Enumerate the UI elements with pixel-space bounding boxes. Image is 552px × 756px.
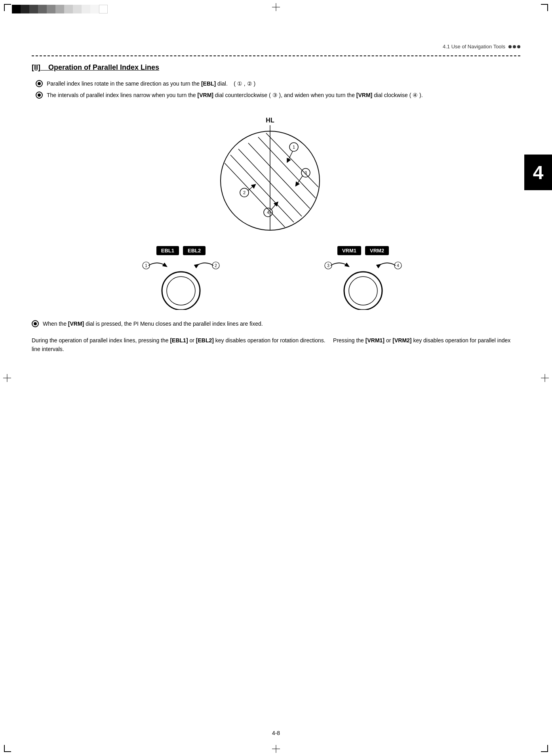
chapter-tab: 4 <box>524 155 552 190</box>
main-content: [II] Operation of Parallel Index Lines P… <box>32 63 512 366</box>
header-dots <box>508 45 520 48</box>
corner-mark-tr <box>541 4 548 11</box>
bullet-circle-1 <box>36 80 43 87</box>
main-diagram-svg: HL 1 <box>201 107 343 250</box>
ebl-labels: EBL1 EBL2 <box>156 246 206 255</box>
corner-mark-br <box>541 745 548 752</box>
bottom-paragraph-text: During the operation of parallel index l… <box>32 336 512 354</box>
chapter-number: 4 <box>533 162 544 183</box>
svg-line-21 <box>271 203 277 210</box>
svg-text:2: 2 <box>215 263 217 268</box>
note-bullet-inner <box>34 322 37 325</box>
dot-2 <box>513 45 516 48</box>
svg-line-6 <box>266 133 327 197</box>
bullet-text-2: The intervals of parallel index lines na… <box>47 91 423 99</box>
svg-text:1: 1 <box>293 145 295 149</box>
crosshair-left <box>3 374 11 382</box>
grayscale-bar <box>12 5 108 13</box>
bottom-paragraph: During the operation of parallel index l… <box>32 336 512 354</box>
bullet-list: Parallel index lines rotate in the same … <box>36 80 512 99</box>
vrm-knob-svg: 3 4 <box>320 258 407 310</box>
bullet-circle-inner-2 <box>38 94 41 97</box>
vrm1-label: VRM1 <box>337 246 361 255</box>
svg-point-33 <box>349 277 377 305</box>
bullet-text-1: Parallel index lines rotate in the same … <box>47 80 255 88</box>
crosshair-right <box>541 374 549 382</box>
diagram-area: HL 1 <box>32 107 512 354</box>
header-section: 4.1 Use of Navigation Tools <box>443 44 520 50</box>
bullet-circle-inner-1 <box>38 82 41 85</box>
dashed-separator <box>32 55 520 56</box>
svg-text:4: 4 <box>267 210 269 215</box>
note-bullet-circle <box>32 320 39 327</box>
note-bullet-text: When the [VRM] dial is pressed, the PI M… <box>43 320 263 328</box>
dot-1 <box>508 45 512 48</box>
svg-line-8 <box>223 161 286 228</box>
svg-point-26 <box>162 272 200 310</box>
bullet-circle-2 <box>36 92 43 99</box>
svg-text:1: 1 <box>145 263 147 268</box>
svg-text:2: 2 <box>243 190 246 195</box>
section-title: [II] Operation of Parallel Index Lines <box>32 63 512 72</box>
svg-text:3: 3 <box>305 170 307 175</box>
bullet-item-1: Parallel index lines rotate in the same … <box>36 80 512 88</box>
title-bracket: [II] <box>32 63 40 71</box>
svg-text:HL: HL <box>266 117 274 124</box>
svg-text:3: 3 <box>327 263 329 268</box>
vrm-labels: VRM1 VRM2 <box>337 246 389 255</box>
crosshair-bottom <box>272 745 280 753</box>
corner-mark-bl <box>4 745 11 752</box>
bullet-item-2: The intervals of parallel index lines na… <box>36 91 512 99</box>
svg-line-18 <box>248 185 254 191</box>
knob-row: EBL1 EBL2 1 2 <box>137 246 407 310</box>
page-number: 4-8 <box>272 730 280 736</box>
svg-text:4: 4 <box>397 263 399 268</box>
note-bullet: When the [VRM] dial is pressed, the PI M… <box>32 320 512 328</box>
section-reference: 4.1 Use of Navigation Tools <box>443 44 505 50</box>
svg-point-27 <box>167 277 195 305</box>
title-text: Operation of Parallel Index Lines <box>48 63 159 71</box>
ebl1-label: EBL1 <box>156 246 179 255</box>
vrm-knob-group: VRM1 VRM2 3 4 <box>320 246 407 310</box>
crosshair-top <box>272 3 280 11</box>
dot-3 <box>517 45 520 48</box>
vrm2-label: VRM2 <box>365 246 389 255</box>
ebl-knob-svg: 1 2 <box>137 258 225 310</box>
corner-mark-tl <box>4 4 11 11</box>
ebl-knob-group: EBL1 EBL2 1 2 <box>137 246 225 310</box>
ebl2-label: EBL2 <box>183 246 206 255</box>
svg-point-32 <box>344 272 382 310</box>
